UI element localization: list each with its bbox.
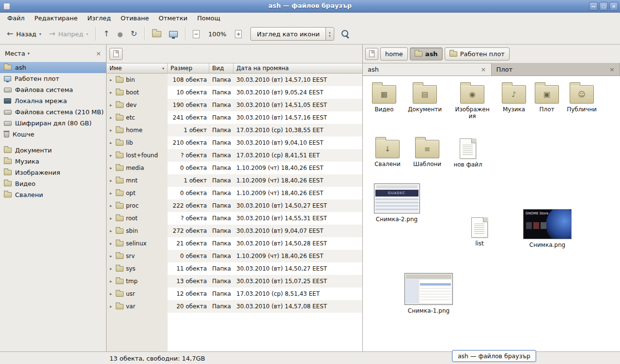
icon-item-videos-folder[interactable]: ▦ Видео [367,82,402,113]
tab-ash[interactable]: ash × [363,63,492,76]
expander-icon[interactable]: ▸ [108,140,113,145]
expander-icon[interactable]: ▸ [108,77,113,82]
table-row[interactable]: ▸bin108 обектаПапка30.03.2010 (вт) 14,57… [107,74,362,86]
path-button-ash[interactable]: ash [410,47,443,61]
expander-icon[interactable]: ▸ [108,266,113,271]
table-row[interactable]: ▸etc241 обектаПапка30.03.2010 (вт) 14,57… [107,111,362,124]
icon-item-music-folder[interactable]: ♪ Музика [496,82,531,113]
table-row[interactable]: ▸var20 обектаПапка30.03.2010 (вт) 14,57,… [107,300,362,313]
sidebar-item-videos[interactable]: Видео [0,178,106,189]
menu-edit[interactable]: Редактиране [30,13,82,23]
zoom-out-button[interactable]: − [189,27,203,41]
close-button[interactable]: × [609,2,618,11]
stop-button[interactable]: ● [113,28,126,40]
zoom-in-button[interactable]: + [231,27,246,41]
icon-item-list-file[interactable]: list [462,215,497,247]
sidebar-item-local-network[interactable]: Локална мрежа [0,95,106,106]
table-row[interactable]: ▸root? обектаПапка30.03.2010 (вт) 14,55,… [107,212,362,225]
path-button-home[interactable]: home [380,47,408,61]
table-row[interactable]: ▸usr12 обектаПапка17.03.2010 (ср) 8,51,4… [107,288,362,300]
forward-button[interactable]: → Напред ▾ [45,27,92,41]
table-row[interactable]: ▸dev190 обектаПапка30.03.2010 (вт) 14,51… [107,99,362,111]
sidebar-item-encrypted-80gb[interactable]: Шифриран дял (80 GB) [0,118,106,129]
computer-button[interactable] [165,28,182,40]
expander-icon[interactable]: ▸ [108,254,113,258]
icon-item-public-folder[interactable]: ☺ Публични [564,82,599,113]
column-header-size[interactable]: Размер [168,63,209,73]
table-row[interactable]: ▸boot10 обектаПапка30.03.2010 (вт) 9,05,… [107,86,362,99]
icon-item-snimka[interactable]: GNOME Store Снимка.png [522,209,573,248]
expander-icon[interactable]: ▸ [108,103,113,107]
path-button-desktop[interactable]: Работен плот [445,47,510,61]
icon-item-snimka-2[interactable]: GUADEC Снимка-2.png [372,183,422,223]
icon-item-desktop-folder[interactable]: ▣ Плот [529,82,564,113]
expander-icon[interactable]: ▸ [108,178,113,183]
expander-icon[interactable]: ▸ [108,166,113,170]
icon-item-downloads-folder[interactable]: ↓ Свалени [370,136,405,167]
table-row[interactable]: ▸sys11 обектаПапка30.03.2010 (вт) 14,50,… [107,262,362,275]
expander-icon[interactable]: ▸ [108,279,113,284]
icon-item-pictures-folder[interactable]: ◉ Изображения [455,82,490,120]
table-row[interactable]: ▸srv0 обектаПапка1.10.2009 (чт) 18,40,26… [107,250,362,262]
table-row[interactable]: ▸selinux21 обектаПапка30.03.2010 (вт) 14… [107,237,362,250]
icon-item-new-file[interactable]: нов файл [450,136,485,168]
table-row[interactable]: ▸lib210 обектаПапка30.03.2010 (вт) 9,04,… [107,136,362,149]
sidebar-item-ash[interactable]: ash [0,62,106,73]
list-pane-location-button[interactable] [109,48,123,60]
menu-file[interactable]: Файл [2,13,30,23]
table-row[interactable]: ▸mnt1 обектПапка1.10.2009 (чт) 18,40,26 … [107,174,362,187]
sidebar-item-filesystem[interactable]: Файлова система [0,84,106,95]
places-selector-chevron-icon[interactable]: ▾ [28,51,30,56]
column-header-date[interactable]: Дата на промяна [233,63,362,73]
menu-bookmarks[interactable]: Отметки [154,13,192,23]
reload-button[interactable]: ↻ [127,27,141,41]
column-header-type[interactable]: Вид [209,63,233,73]
table-row[interactable]: ▸media0 обектаПапка1.10.2009 (чт) 18,40,… [107,162,362,174]
minimize-button[interactable]: — [589,2,598,11]
column-header-name[interactable]: Име ▾ [107,63,168,73]
titlebar[interactable]: ash — файлов браузър — □ × [0,0,620,13]
expander-icon[interactable]: ▸ [108,153,113,158]
expander-icon[interactable]: ▸ [108,90,113,95]
icon-item-snimka-1[interactable]: Снимка-1.png [403,273,454,314]
search-button[interactable] [341,30,350,38]
sidebar-item-pictures[interactable]: Изображения [0,167,106,178]
view-mode-select[interactable]: Изглед като икони ▴ ▾ [250,27,334,41]
table-row[interactable]: ▸home1 обектПапка17.03.2010 (ср) 10,38,5… [107,124,362,136]
expander-icon[interactable]: ▸ [108,216,113,221]
table-row[interactable]: ▸tmp13 обектаПапка30.03.2010 (вт) 15,07,… [107,275,362,288]
tab-plot[interactable]: Плот × [492,63,620,76]
expander-icon[interactable]: ▸ [108,228,113,233]
sidebar-item-downloads[interactable]: Свалени [0,189,106,200]
sidebar-item-documents[interactable]: Документи [0,145,106,156]
up-button[interactable]: ↑ [99,27,113,41]
sidebar-item-desktop[interactable]: Работен плот [0,73,106,84]
taskbar-window-button[interactable]: ash — файлов браузър [452,350,536,362]
icon-view[interactable]: ▦ Видео ▤ Документи ◉ Изображения ♪ Музи… [363,76,620,351]
sidebar-item-music[interactable]: Музика [0,156,106,167]
expander-icon[interactable]: ▸ [108,304,113,309]
table-row[interactable]: ▸sbin272 обектаПапка30.03.2010 (вт) 9,04… [107,225,362,237]
sidebar-close-button[interactable]: × [96,50,101,57]
sidebar-item-trash[interactable]: Кошче [0,129,106,140]
expander-icon[interactable]: ▸ [108,291,113,296]
tab-close-button[interactable]: × [609,66,615,73]
home-button[interactable] [148,28,165,40]
menu-go[interactable]: Отиване [116,13,154,23]
icon-item-documents-folder[interactable]: ▤ Документи [407,82,442,113]
maximize-button[interactable]: □ [599,2,608,11]
menu-view[interactable]: Изглед [82,13,116,23]
expander-icon[interactable]: ▸ [108,191,113,196]
menu-help[interactable]: Помощ [192,13,225,23]
expander-icon[interactable]: ▸ [108,203,113,208]
table-row[interactable]: ▸lost+found? обектаПапка17.03.2010 (ср) … [107,149,362,162]
table-row[interactable]: ▸proc222 обектаПапка30.03.2010 (вт) 14,5… [107,199,362,212]
pathbar-scroll-button[interactable] [365,48,378,60]
expander-icon[interactable]: ▸ [108,241,113,246]
places-selector-label[interactable]: Места [5,50,25,57]
sidebar-item-filesystem-210mb[interactable]: Файлова система (210 MB) [0,106,106,118]
tab-close-button[interactable]: × [481,66,486,73]
expander-icon[interactable]: ▸ [108,115,113,120]
table-row[interactable]: ▸opt0 обектаПапка1.10.2009 (чт) 18,40,26… [107,187,362,199]
view-mode-spinner[interactable]: ▴ ▾ [326,28,334,40]
